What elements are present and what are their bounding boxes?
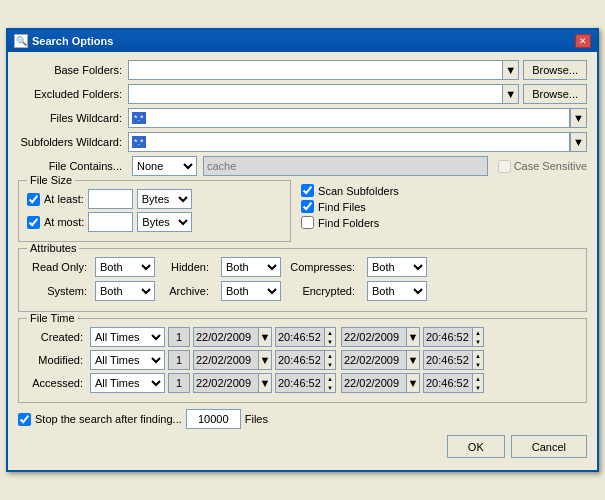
created-num[interactable]	[168, 327, 190, 347]
modified-date2-arrow[interactable]: ▼	[406, 350, 420, 370]
subfolders-wildcard-row: Subfolders Wildcard: *.* ▼	[18, 132, 587, 152]
accessed-time2[interactable]	[423, 373, 473, 393]
at-most-row: At most: 50 BytesKBMBGB	[27, 212, 282, 232]
close-button[interactable]: ✕	[575, 34, 591, 48]
at-least-input[interactable]: 20	[88, 189, 133, 209]
system-select[interactable]: BothYesNo	[95, 281, 155, 301]
hidden-label: Hidden:	[163, 261, 213, 273]
file-size-section: File Size At least: 20 BytesKBMBGB At mo…	[18, 180, 291, 242]
accessed-date1-combo: ▼	[193, 373, 272, 393]
created-time2[interactable]	[423, 327, 473, 347]
created-row: Created: All TimesBeforeAfterBetween ▼ ▲…	[27, 327, 578, 347]
compresses-label: Compresses:	[289, 261, 359, 273]
created-date1-combo: ▼	[193, 327, 272, 347]
at-least-unit[interactable]: BytesKBMBGB	[137, 189, 192, 209]
attr-row-1: Read Only: BothYesNo Hidden: BothYesNo C…	[27, 257, 578, 277]
base-folders-input[interactable]: F:\temp	[128, 60, 502, 80]
scan-subfolders-check[interactable]	[301, 184, 314, 197]
read-only-label: Read Only:	[27, 261, 87, 273]
created-date2[interactable]	[341, 327, 406, 347]
accessed-date2-arrow[interactable]: ▼	[406, 373, 420, 393]
excluded-folders-arrow[interactable]: ▼	[502, 84, 519, 104]
read-only-select[interactable]: BothYesNo	[95, 257, 155, 277]
stop-after-input[interactable]	[186, 409, 241, 429]
at-most-unit[interactable]: BytesKBMBGB	[137, 212, 192, 232]
accessed-time1-spin[interactable]: ▲ ▼	[324, 373, 336, 393]
files-wildcard-box[interactable]: *.*	[128, 108, 570, 128]
at-most-label: At most:	[44, 216, 84, 228]
created-time1-spin[interactable]: ▲ ▼	[324, 327, 336, 347]
modified-time1-combo: ▲ ▼	[275, 350, 336, 370]
base-folders-browse[interactable]: Browse...	[523, 60, 587, 80]
accessed-time1[interactable]	[275, 373, 325, 393]
subfolders-wildcard-arrow[interactable]: ▼	[570, 132, 587, 152]
created-date2-arrow[interactable]: ▼	[406, 327, 420, 347]
files-wildcard-arrow[interactable]: ▼	[570, 108, 587, 128]
encrypted-select[interactable]: BothYesNo	[367, 281, 427, 301]
cancel-button[interactable]: Cancel	[511, 435, 587, 458]
created-time2-combo: ▲ ▼	[423, 327, 484, 347]
created-date2-combo: ▼	[339, 327, 420, 347]
created-date1-arrow[interactable]: ▼	[258, 327, 272, 347]
accessed-date1[interactable]	[193, 373, 258, 393]
accessed-date2[interactable]	[341, 373, 406, 393]
modified-time2-spin[interactable]: ▲ ▼	[472, 350, 484, 370]
modified-date1-arrow[interactable]: ▼	[258, 350, 272, 370]
find-folders-check[interactable]	[301, 216, 314, 229]
bottom-row: Stop the search after finding... Files	[18, 409, 587, 429]
accessed-date1-arrow[interactable]: ▼	[258, 373, 272, 393]
excluded-folders-input[interactable]	[128, 84, 502, 104]
find-files-row: Find Files	[301, 200, 576, 213]
attr-row-2: System: BothYesNo Archive: BothYesNo Enc…	[27, 281, 578, 301]
scan-section: Scan Subfolders Find Files Find Folders	[291, 180, 576, 248]
accessed-num[interactable]	[168, 373, 190, 393]
file-contains-input[interactable]	[203, 156, 488, 176]
at-most-input[interactable]: 50	[88, 212, 133, 232]
created-time1[interactable]	[275, 327, 325, 347]
modified-time2-combo: ▲ ▼	[423, 350, 484, 370]
at-most-check[interactable]	[27, 216, 40, 229]
modified-date1[interactable]	[193, 350, 258, 370]
created-time2-spin[interactable]: ▲ ▼	[472, 327, 484, 347]
modified-select[interactable]: All TimesBeforeAfterBetween	[90, 350, 165, 370]
archive-select[interactable]: BothYesNo	[221, 281, 281, 301]
accessed-select[interactable]: All TimesBeforeAfterBetween	[90, 373, 165, 393]
case-sensitive-check[interactable]	[498, 160, 511, 173]
files-wildcard-label: Files Wildcard:	[18, 112, 128, 124]
encrypted-label: Encrypted:	[289, 285, 359, 297]
accessed-time2-spin[interactable]: ▲ ▼	[472, 373, 484, 393]
attributes-section: Attributes Read Only: BothYesNo Hidden: …	[18, 248, 587, 312]
accessed-date2-combo: ▼	[339, 373, 420, 393]
find-files-check[interactable]	[301, 200, 314, 213]
hidden-select[interactable]: BothYesNo	[221, 257, 281, 277]
base-folders-arrow[interactable]: ▼	[502, 60, 519, 80]
modified-num[interactable]	[168, 350, 190, 370]
scan-subfolders-label: Scan Subfolders	[318, 185, 399, 197]
excluded-folders-combo: ▼	[128, 84, 519, 104]
compresses-select[interactable]: BothYesNo	[367, 257, 427, 277]
modified-time1[interactable]	[275, 350, 325, 370]
base-folders-label: Base Folders:	[18, 64, 128, 76]
modified-time2[interactable]	[423, 350, 473, 370]
file-contains-select[interactable]: None Text Hex	[132, 156, 197, 176]
files-wildcard-row: Files Wildcard: *.* ▼	[18, 108, 587, 128]
excluded-folders-browse[interactable]: Browse...	[523, 84, 587, 104]
system-label: System:	[27, 285, 87, 297]
at-least-label: At least:	[44, 193, 84, 205]
stop-after-check[interactable]	[18, 413, 31, 426]
ok-button[interactable]: OK	[447, 435, 505, 458]
scan-subfolders-row: Scan Subfolders	[301, 184, 576, 197]
created-time1-combo: ▲ ▼	[275, 327, 336, 347]
base-folders-combo: F:\temp ▼	[128, 60, 519, 80]
modified-date2[interactable]	[341, 350, 406, 370]
dialog-icon: 🔍	[14, 34, 28, 48]
at-least-check[interactable]	[27, 193, 40, 206]
modified-time1-spin[interactable]: ▲ ▼	[324, 350, 336, 370]
created-date1[interactable]	[193, 327, 258, 347]
subfolders-wildcard-box[interactable]: *.*	[128, 132, 570, 152]
created-select[interactable]: All TimesBeforeAfterBetween	[90, 327, 165, 347]
modified-date1-combo: ▼	[193, 350, 272, 370]
at-least-row: At least: 20 BytesKBMBGB	[27, 189, 282, 209]
subfolders-wildcard-label: Subfolders Wildcard:	[18, 136, 128, 148]
find-folders-label: Find Folders	[318, 217, 379, 229]
